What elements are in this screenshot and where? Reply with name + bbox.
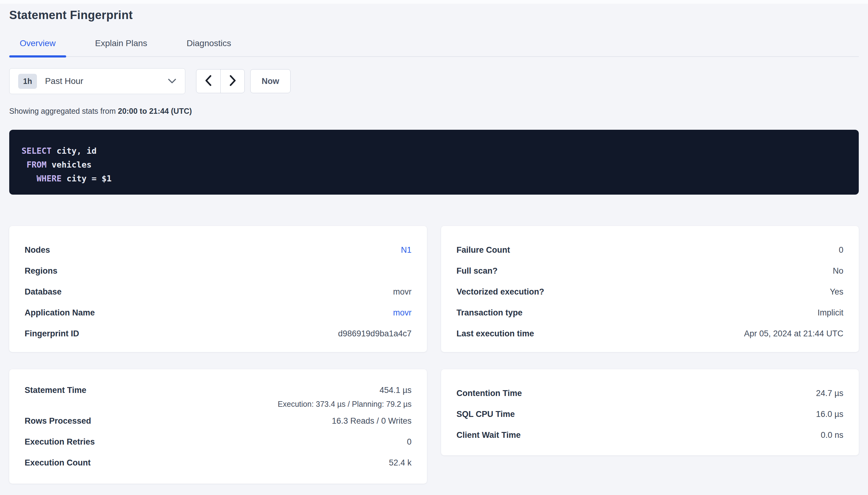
fingerprint-id-label: Fingerprint ID [24, 329, 79, 339]
rows-processed-label: Rows Processed [24, 416, 91, 426]
execution-retries-value: 0 [407, 437, 411, 447]
contention-time-label: Contention Time [457, 389, 522, 398]
rows-processed-value: 16.3 Reads / 0 Writes [332, 416, 411, 426]
nodes-row: Nodes N1 [24, 239, 411, 260]
now-button[interactable]: Now [250, 69, 291, 93]
last-execution-time-label: Last execution time [457, 329, 534, 339]
nodes-link[interactable]: N1 [401, 245, 411, 255]
execution-stats-card: Statement Time 454.1 µs Execution: 373.4… [9, 369, 427, 484]
sql-line-3: WHERE city = $1 [21, 172, 847, 185]
transaction-type-value: Implicit [818, 308, 844, 318]
aggregated-stats-prefix: Showing aggregated stats from [9, 107, 118, 115]
chevron-left-icon [205, 75, 212, 87]
execution-count-label: Execution Count [24, 458, 91, 468]
execution-retries-row: Execution Retries 0 [24, 431, 411, 452]
sql-keyword: FROM [27, 160, 47, 169]
page-title: Statement Fingerprint [9, 0, 859, 22]
regions-label: Regions [24, 266, 58, 276]
failure-count-label: Failure Count [457, 245, 510, 255]
sql-line-1: SELECT city, id [21, 144, 847, 158]
application-name-label: Application Name [24, 308, 95, 318]
tab-diagnostics[interactable]: Diagnostics [176, 38, 242, 56]
sql-statement-box: SELECT city, id FROM vehicles WHERE city… [9, 130, 859, 194]
sql-cpu-time-value: 16.0 µs [816, 410, 844, 419]
execution-count-value: 52.4 k [389, 458, 411, 468]
execution-count-row: Execution Count 52.4 k [24, 452, 411, 473]
regions-row: Regions [24, 260, 411, 281]
client-wait-time-value: 0.0 ns [821, 430, 844, 440]
statement-fingerprint-page: Statement Fingerprint Overview Explain P… [0, 0, 868, 484]
aggregated-stats-range: 20:00 to 21:44 (UTC) [118, 107, 192, 115]
execution-times-card: Contention Time 24.7 µs SQL CPU Time 16.… [441, 369, 859, 455]
sql-cpu-time-label: SQL CPU Time [457, 410, 515, 419]
application-name-link[interactable]: movr [393, 308, 411, 318]
time-controls: 1h Past Hour [9, 68, 859, 95]
statement-time-label: Statement Time [24, 383, 86, 397]
vectorized-execution-row: Vectorized execution? Yes [457, 281, 844, 302]
full-scan-row: Full scan? No [457, 260, 844, 281]
time-range-badge: 1h [18, 74, 37, 89]
aggregated-stats-note: Showing aggregated stats from 20:00 to 2… [9, 107, 859, 116]
prev-time-button[interactable] [196, 69, 220, 93]
application-name-row: Application Name movr [24, 302, 411, 323]
full-scan-label: Full scan? [457, 266, 498, 276]
sql-keyword: WHERE [37, 174, 62, 183]
sql-line-2: FROM vehicles [21, 158, 847, 172]
nodes-label: Nodes [24, 245, 50, 255]
transaction-type-label: Transaction type [457, 308, 523, 318]
client-wait-time-row: Client Wait Time 0.0 ns [457, 425, 844, 445]
statement-details-card: Nodes N1 Regions Database movr Applicati… [9, 226, 427, 352]
vectorized-execution-value: Yes [830, 287, 844, 297]
failure-count-value: 0 [839, 245, 844, 255]
statement-time-breakdown: Execution: 373.4 µs / Planning: 79.2 µs [278, 397, 411, 410]
tab-explain-plans[interactable]: Explain Plans [85, 38, 158, 56]
time-range-dropdown[interactable]: 1h Past Hour [9, 68, 185, 94]
rows-processed-row: Rows Processed 16.3 Reads / 0 Writes [24, 410, 411, 431]
failure-count-row: Failure Count 0 [457, 239, 844, 260]
database-label: Database [24, 287, 62, 297]
statement-time-row: Statement Time 454.1 µs Execution: 373.4… [24, 383, 411, 410]
sql-keyword: SELECT [21, 146, 52, 156]
fingerprint-id-row: Fingerprint ID d986919d9ba1a4c7 [24, 323, 411, 344]
database-row: Database movr [24, 281, 411, 302]
contention-time-value: 24.7 µs [816, 389, 844, 398]
contention-time-row: Contention Time 24.7 µs [457, 383, 844, 404]
summary-cards: Nodes N1 Regions Database movr Applicati… [9, 226, 859, 484]
next-time-button[interactable] [220, 69, 244, 93]
full-scan-value: No [833, 266, 844, 276]
client-wait-time-label: Client Wait Time [457, 430, 521, 440]
vectorized-execution-label: Vectorized execution? [457, 287, 544, 297]
time-nav-group [196, 69, 245, 93]
chevron-down-icon [168, 79, 176, 84]
tab-bar: Overview Explain Plans Diagnostics [9, 38, 859, 57]
execution-attributes-card: Failure Count 0 Full scan? No Vectorized… [441, 226, 859, 352]
sql-cpu-time-row: SQL CPU Time 16.0 µs [457, 404, 844, 425]
last-execution-time-row: Last execution time Apr 05, 2024 at 21:4… [457, 323, 844, 344]
last-execution-time-value: Apr 05, 2024 at 21:44 UTC [744, 329, 844, 339]
database-value: movr [393, 287, 411, 297]
time-range-selected-label: Past Hour [45, 76, 83, 86]
chevron-right-icon [229, 75, 236, 87]
tab-overview[interactable]: Overview [9, 38, 66, 56]
statement-time-main: 454.1 µs [379, 383, 411, 397]
transaction-type-row: Transaction type Implicit [457, 302, 844, 323]
statement-time-value: 454.1 µs Execution: 373.4 µs / Planning:… [278, 383, 411, 410]
execution-retries-label: Execution Retries [24, 437, 95, 447]
fingerprint-id-value: d986919d9ba1a4c7 [338, 329, 411, 339]
